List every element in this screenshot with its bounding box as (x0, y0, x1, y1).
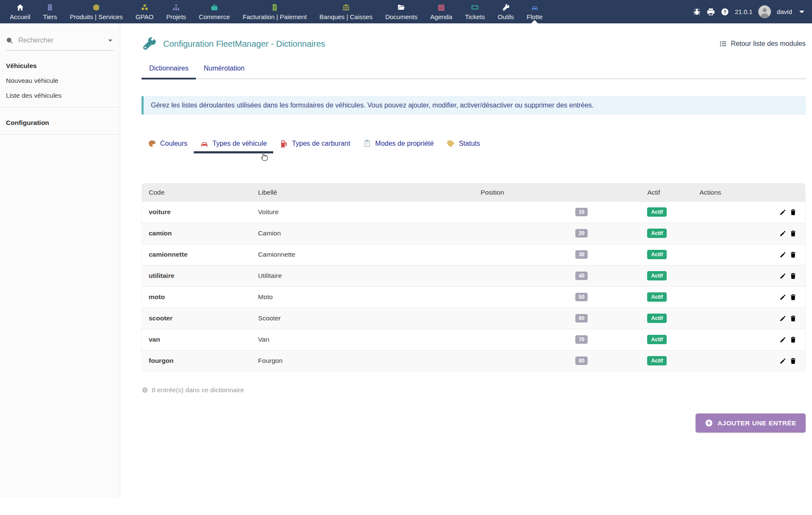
fuel-icon (280, 139, 288, 148)
info-banner: Gérez les listes déroulantes utilisées d… (141, 96, 806, 115)
add-entry-button[interactable]: AJOUTER UNE ENTRÉE (696, 413, 806, 433)
dict-tab-types-de-v-hicule[interactable]: Types de véhicule (194, 139, 273, 153)
chevron-down-icon[interactable] (107, 37, 114, 44)
dictionary-table-wrap: CodeLibelléPositionActifActionsvoitureVo… (141, 183, 806, 372)
edit-icon[interactable] (779, 294, 787, 301)
nav-item-gpao[interactable]: GPAO (129, 0, 160, 23)
entries-count-note: i 8 entrée(s) dans ce dictionnaire (141, 386, 806, 394)
position-badge: 20 (575, 229, 588, 238)
edit-icon[interactable] (779, 209, 787, 216)
delete-icon[interactable] (789, 294, 797, 301)
nav-item-produits-services[interactable]: Produits | Services (63, 0, 129, 23)
cell-actif: Actif (593, 201, 699, 223)
nav-item-label: Outils (498, 13, 514, 20)
sidebar-divider (0, 107, 120, 108)
nav-item-accueil[interactable]: Accueil (3, 0, 37, 23)
table-row: scooterScooter60Actif (142, 308, 805, 329)
edit-icon[interactable] (779, 230, 787, 237)
sidebar-section-v-hicules[interactable]: Véhicules (0, 62, 120, 70)
username-label[interactable]: david (777, 8, 792, 15)
dict-tab-types-de-carburant[interactable]: Types de carburant (273, 139, 356, 153)
column-header-actions: Actions (699, 184, 805, 201)
cell-position: 40 (480, 265, 593, 286)
avatar[interactable] (758, 5, 771, 18)
nav-item-documents[interactable]: Documents (379, 0, 424, 23)
delete-icon[interactable] (789, 315, 797, 322)
back-to-modules-link[interactable]: Retour liste des modules (719, 40, 806, 48)
position-badge: 60 (575, 314, 588, 323)
navbar-tools: ? 21.0.1 david (693, 0, 806, 23)
nav-item-label: Projets (166, 13, 186, 20)
column-header-code: Code (142, 184, 255, 201)
nav-item-agenda[interactable]: Agenda (424, 0, 459, 23)
cell-label: Fourgon (255, 350, 480, 371)
nav-item-label: Banques | Caisses (320, 13, 373, 20)
delete-icon[interactable] (789, 357, 797, 365)
dict-tab-label: Couleurs (160, 140, 187, 147)
dict-tab-modes-de-propri-t[interactable]: Modes de propriété (356, 139, 440, 153)
cell-label: Scooter (255, 308, 480, 329)
bug-icon[interactable] (693, 8, 701, 16)
app-page: AccueilTiersProduits | ServicesGPAOProje… (0, 0, 812, 515)
column-header-libell: Libellé (255, 184, 480, 201)
status-badge: Actif (647, 314, 667, 323)
entries-count-label: 8 entrée(s) dans ce dictionnaire (152, 386, 244, 394)
plus-circle-icon (705, 419, 713, 427)
cell-actions (699, 201, 805, 223)
cell-label: Voiture (255, 201, 480, 223)
nav-item-commerce[interactable]: Commerce (192, 0, 236, 23)
cubes-icon (141, 3, 149, 11)
sidebar-item-nouveau-v-hicule[interactable]: Nouveau véhicule (0, 77, 120, 85)
cell-position: 10 (480, 201, 593, 223)
delete-icon[interactable] (789, 272, 797, 280)
cell-code: camionnette (142, 244, 255, 265)
edit-icon[interactable] (779, 272, 787, 280)
search-input[interactable] (17, 36, 102, 45)
edit-icon[interactable] (779, 315, 787, 322)
printer-icon[interactable] (707, 8, 715, 16)
palette-icon (148, 139, 156, 148)
delete-icon[interactable] (789, 336, 797, 343)
nav-item-tickets[interactable]: Tickets (458, 0, 491, 23)
info-banner-text: Gérez les listes déroulantes utilisées d… (151, 102, 594, 109)
delete-icon[interactable] (789, 251, 797, 258)
nav-item-flotte[interactable]: Flotte (521, 0, 549, 23)
nav-item-tiers[interactable]: Tiers (37, 0, 63, 23)
dict-tab-statuts[interactable]: Statuts (440, 139, 487, 153)
sidebar-section-configuration[interactable]: Configuration (0, 119, 120, 127)
building-icon (46, 3, 54, 11)
dict-tab-couleurs[interactable]: Couleurs (141, 139, 194, 153)
tools-icon (502, 3, 510, 11)
sidebar-menu: VéhiculesNouveau véhiculeListe des véhic… (0, 62, 120, 135)
nav-item-label: Produits | Services (70, 13, 123, 20)
tab-dictionnaires[interactable]: Dictionnaires (141, 65, 196, 79)
edit-icon[interactable] (779, 336, 787, 343)
cell-actif: Actif (593, 286, 699, 308)
nav-item-facturation-paiement[interactable]: Facturation | Paiement (236, 0, 313, 23)
nav-item-projets[interactable]: Projets (160, 0, 192, 23)
delete-icon[interactable] (789, 230, 797, 237)
status-badge: Actif (647, 335, 667, 344)
cell-position: 70 (480, 329, 593, 350)
add-entry-label: AJOUTER UNE ENTRÉE (718, 419, 796, 427)
cell-actif: Actif (593, 329, 699, 350)
cell-actif: Actif (593, 265, 699, 286)
sidebar-item-liste-des-v-hicules[interactable]: Liste des véhicules (0, 92, 120, 99)
position-badge: 10 (575, 208, 588, 216)
sidebar-divider (0, 134, 120, 135)
tab-num-rotation[interactable]: Numérotation (196, 65, 252, 79)
cell-actions (699, 329, 805, 350)
chevron-down-icon[interactable] (798, 8, 806, 16)
cell-actif: Actif (593, 244, 699, 265)
edit-icon[interactable] (779, 251, 787, 258)
back-link-label: Retour liste des modules (731, 40, 806, 48)
edit-icon[interactable] (779, 357, 787, 365)
help-icon[interactable]: ? (721, 8, 729, 16)
nav-item-banques-caisses[interactable]: Banques | Caisses (313, 0, 379, 23)
svg-text:?: ? (724, 9, 727, 14)
folder-icon (397, 3, 405, 11)
delete-icon[interactable] (789, 209, 797, 216)
tools-icon (141, 36, 157, 51)
nav-item-outils[interactable]: Outils (491, 0, 520, 23)
cell-label: Camion (255, 223, 480, 244)
